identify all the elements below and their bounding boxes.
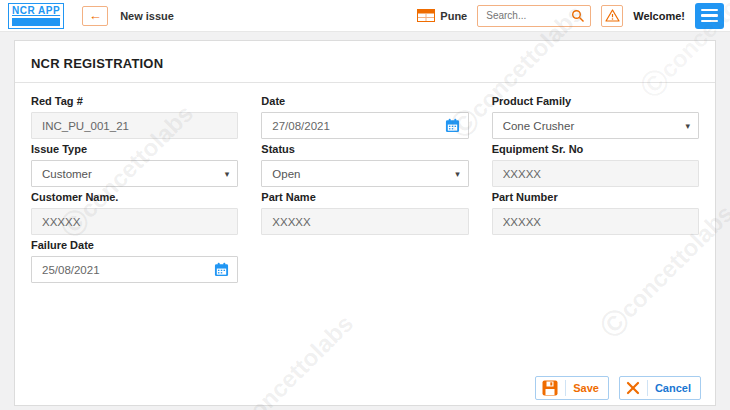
product-family-select[interactable]: Cone Crusher ▾ bbox=[492, 112, 699, 139]
customer-name-label: Customer Name. bbox=[31, 191, 238, 204]
product-family-label: Product Family bbox=[492, 95, 699, 108]
search-icon[interactable] bbox=[571, 9, 585, 23]
chevron-down-icon: ▾ bbox=[685, 121, 690, 131]
equipment-sr-no-input[interactable] bbox=[503, 168, 690, 180]
date-label: Date bbox=[261, 95, 468, 108]
field-issue-type: Issue Type Customer ▾ bbox=[31, 143, 238, 187]
back-button[interactable]: ← bbox=[82, 6, 108, 26]
red-tag-input-box bbox=[31, 112, 238, 139]
field-equipment-sr-no: Equipment Sr. No bbox=[492, 143, 699, 187]
ncr-registration-card: NCR REGISTRATION Red Tag # Date bbox=[14, 40, 716, 406]
field-red-tag: Red Tag # bbox=[31, 95, 238, 139]
field-part-number: Part Number bbox=[492, 191, 699, 235]
part-name-input-box bbox=[261, 208, 468, 235]
plant-table-icon bbox=[417, 9, 435, 22]
cancel-button-label: Cancel bbox=[655, 382, 691, 394]
red-tag-label: Red Tag # bbox=[31, 95, 238, 108]
part-name-input[interactable] bbox=[272, 216, 459, 228]
failure-date-label: Failure Date bbox=[31, 239, 238, 252]
issue-type-value: Customer bbox=[42, 168, 92, 180]
welcome-label: Welcome! bbox=[633, 10, 685, 22]
failure-date-input[interactable] bbox=[42, 264, 214, 276]
field-product-family: Product Family Cone Crusher ▾ bbox=[492, 95, 699, 139]
issue-type-select[interactable]: Customer ▾ bbox=[31, 160, 238, 187]
status-value: Open bbox=[272, 168, 300, 180]
field-failure-date: Failure Date bbox=[31, 239, 238, 283]
search-box bbox=[477, 5, 591, 27]
save-icon-wrap bbox=[542, 380, 566, 396]
status-select[interactable]: Open ▾ bbox=[261, 160, 468, 187]
cancel-icon-wrap bbox=[626, 380, 648, 396]
equipment-sr-no-label: Equipment Sr. No bbox=[492, 143, 699, 156]
app-logo-text: NCR APP bbox=[12, 6, 60, 16]
warning-triangle-icon bbox=[605, 9, 620, 22]
alerts-button[interactable] bbox=[601, 5, 623, 27]
calendar-icon[interactable] bbox=[214, 262, 229, 277]
cancel-button[interactable]: Cancel bbox=[619, 376, 701, 400]
equipment-sr-no-input-box bbox=[492, 160, 699, 187]
menu-button[interactable] bbox=[695, 3, 724, 29]
field-date: Date bbox=[261, 95, 468, 139]
topbar-right-group: Pune Welcome! bbox=[417, 3, 724, 29]
issue-type-label: Issue Type bbox=[31, 143, 238, 156]
calendar-icon[interactable] bbox=[445, 118, 460, 133]
hamburger-icon bbox=[701, 9, 718, 12]
plant-selector[interactable]: Pune bbox=[417, 9, 467, 22]
status-label: Status bbox=[261, 143, 468, 156]
field-customer-name: Customer Name. bbox=[31, 191, 238, 235]
date-input[interactable] bbox=[272, 120, 444, 132]
registration-form: Red Tag # Date bbox=[15, 83, 715, 283]
search-input[interactable] bbox=[486, 10, 571, 21]
red-tag-input[interactable] bbox=[42, 120, 229, 132]
form-actions: Save Cancel bbox=[535, 376, 701, 400]
chevron-down-icon: ▾ bbox=[225, 169, 230, 179]
save-floppy-icon bbox=[542, 380, 558, 396]
chevron-down-icon: ▾ bbox=[455, 169, 460, 179]
customer-name-input[interactable] bbox=[42, 216, 229, 228]
failure-date-input-box bbox=[31, 256, 238, 283]
page-breadcrumb-new-issue: New issue bbox=[120, 10, 174, 22]
app-logo[interactable]: NCR APP bbox=[8, 3, 64, 29]
save-button-label: Save bbox=[573, 382, 599, 394]
part-name-label: Part Name bbox=[261, 191, 468, 204]
field-part-name: Part Name bbox=[261, 191, 468, 235]
save-button[interactable]: Save bbox=[535, 376, 609, 400]
part-number-input-box bbox=[492, 208, 699, 235]
back-arrow-icon: ← bbox=[89, 9, 102, 22]
product-family-value: Cone Crusher bbox=[503, 120, 575, 132]
app-logo-bar bbox=[12, 18, 60, 26]
part-number-input[interactable] bbox=[503, 216, 690, 228]
cancel-x-icon bbox=[626, 381, 640, 395]
page-title: NCR REGISTRATION bbox=[15, 41, 715, 83]
customer-name-input-box bbox=[31, 208, 238, 235]
field-status: Status Open ▾ bbox=[261, 143, 468, 187]
top-bar: NCR APP ← New issue Pune bbox=[0, 0, 730, 32]
date-input-box bbox=[261, 112, 468, 139]
plant-name: Pune bbox=[440, 10, 467, 22]
part-number-label: Part Number bbox=[492, 191, 699, 204]
